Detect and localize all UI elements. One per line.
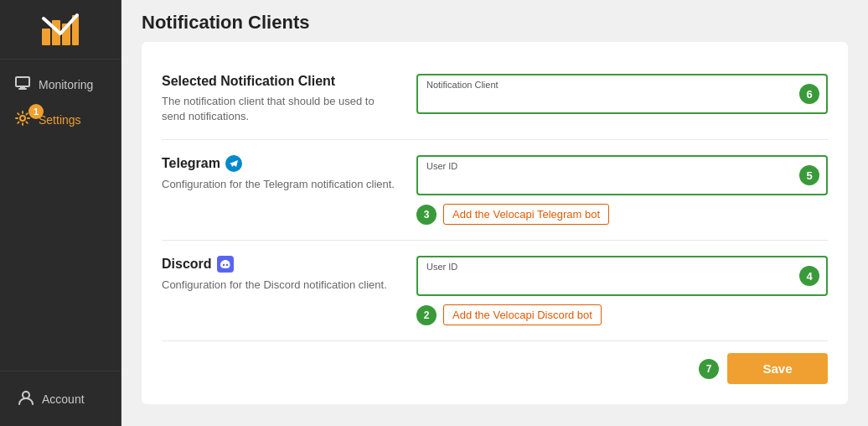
field-discord-userid: User ID 123456789 4 [416, 256, 828, 296]
main-content: Notification Clients Selected Notificati… [121, 0, 868, 426]
selected-client-badge: 6 [799, 84, 819, 104]
page-header: Notification Clients [121, 0, 868, 42]
discord-link-badge: 2 [416, 305, 437, 325]
page-title: Notification Clients [142, 12, 848, 34]
sidebar-bottom: Account [0, 371, 121, 426]
section-info-selected: Selected Notification Client The notific… [162, 74, 396, 124]
sidebar-item-label: Monitoring [39, 78, 93, 91]
save-button[interactable]: Save [727, 353, 828, 384]
field-telegram-userid: User ID 123456789 5 [416, 155, 828, 195]
notification-client-wrapper: Notification Client Telegram 6 [416, 74, 828, 114]
section-info-discord: Discord Configuration for the Discord no… [162, 256, 396, 293]
discord-link-row: 2 Add the Velocapi Discord bot [416, 304, 828, 325]
svg-point-9 [222, 264, 224, 266]
section-desc-discord: Configuration for the Discord notificati… [162, 278, 396, 293]
telegram-bot-link[interactable]: Add the Velocapi Telegram bot [443, 204, 609, 225]
section-fields-telegram: User ID 123456789 5 3 Add the Velocapi T… [416, 155, 828, 225]
svg-rect-6 [18, 88, 27, 90]
field-notification-client: Notification Client Telegram 6 [416, 74, 828, 114]
telegram-userid-input[interactable]: 123456789 [418, 157, 799, 194]
section-info-telegram: Telegram Configuration for the Telegram … [162, 155, 396, 192]
monitor-icon [15, 76, 30, 92]
sidebar-item-monitoring[interactable]: Monitoring [3, 68, 117, 101]
discord-field-badge: 4 [799, 266, 819, 286]
section-telegram: Telegram Configuration for the Telegram … [162, 140, 828, 241]
sidebar-item-account[interactable]: Account [7, 382, 114, 416]
save-row: 7 Save [162, 353, 828, 384]
svg-point-8 [23, 392, 29, 398]
svg-rect-0 [42, 29, 50, 45]
sidebar-item-label: Account [42, 392, 85, 406]
sidebar-nav: Monitoring Settings 1 [0, 60, 121, 371]
section-heading-discord: Discord [162, 256, 396, 273]
content-area: Selected Notification Client The notific… [121, 42, 868, 426]
telegram-field-badge: 5 [799, 165, 819, 185]
section-selected-client: Selected Notification Client The notific… [162, 59, 828, 140]
svg-rect-4 [16, 77, 29, 86]
discord-userid-wrapper: User ID 123456789 4 [416, 256, 828, 296]
account-icon [18, 390, 34, 408]
save-badge: 7 [699, 359, 719, 379]
svg-point-10 [225, 264, 227, 266]
settings-badge: 1 [28, 104, 44, 119]
section-discord: Discord Configuration for the Discord no… [162, 241, 828, 341]
sidebar-item-label: Settings [39, 113, 81, 127]
section-desc-telegram: Configuration for the Telegram notificat… [162, 177, 396, 192]
section-heading-telegram: Telegram [162, 155, 396, 172]
svg-point-7 [20, 116, 25, 121]
logo [0, 0, 121, 60]
sidebar: Monitoring Settings 1 Account [0, 0, 121, 426]
notification-client-label: Notification Client [426, 80, 499, 90]
sidebar-item-settings[interactable]: Settings 1 [3, 102, 117, 137]
section-fields-discord: User ID 123456789 4 2 Add the Velocapi D… [416, 256, 828, 325]
section-fields-selected: Notification Client Telegram 6 [416, 74, 828, 114]
discord-icon [217, 256, 234, 273]
telegram-userid-label: User ID [426, 161, 457, 171]
telegram-userid-wrapper: User ID 123456789 5 [416, 155, 828, 195]
section-heading-selected: Selected Notification Client [162, 74, 396, 89]
telegram-link-row: 3 Add the Velocapi Telegram bot [416, 204, 828, 225]
section-desc-selected: The notification client that should be u… [162, 94, 396, 124]
telegram-icon [225, 155, 242, 172]
telegram-link-badge: 3 [416, 205, 437, 225]
discord-bot-link[interactable]: Add the Velocapi Discord bot [443, 304, 602, 325]
discord-userid-label: User ID [426, 262, 457, 272]
content-card: Selected Notification Client The notific… [142, 42, 848, 404]
discord-userid-input[interactable]: 123456789 [418, 257, 799, 294]
